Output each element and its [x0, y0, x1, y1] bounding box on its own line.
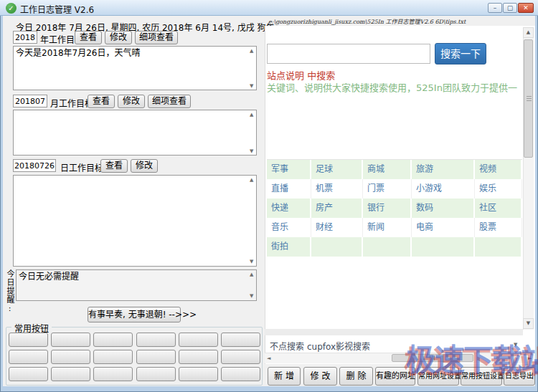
common-button[interactable]	[136, 350, 176, 364]
common-button[interactable]	[136, 367, 176, 381]
link-item[interactable]: 机票	[311, 179, 363, 199]
scroll-up-icon[interactable]: ▲	[523, 27, 534, 38]
link-item[interactable]: 足球	[311, 160, 363, 179]
link-item[interactable]: 直播	[267, 179, 311, 199]
scroll-up-icon[interactable]: ▲	[250, 113, 253, 118]
link-item	[363, 237, 412, 257]
scroll-down-icon[interactable]: ▼	[250, 149, 253, 154]
search-input[interactable]	[267, 44, 430, 64]
app-check-icon: ✓	[6, 3, 16, 14]
common-buttons-settings-button[interactable]: 常用按钮设置	[461, 367, 502, 386]
modify-button[interactable]: 修 改	[303, 367, 337, 386]
year-detail-button[interactable]: 细项查看	[135, 31, 178, 44]
scroll-down-icon[interactable]: ▼	[514, 343, 517, 348]
link-row: 军事 足球 商城 旅游 视频	[267, 160, 522, 179]
common-button[interactable]	[9, 350, 48, 364]
common-button[interactable]	[9, 367, 48, 381]
month-goal-textarea[interactable]	[13, 110, 257, 156]
common-button[interactable]	[51, 350, 90, 364]
month-detail-button[interactable]: 细项查看	[148, 95, 191, 108]
link-item[interactable]: 新闻	[363, 218, 412, 237]
link-item	[311, 237, 363, 257]
link-item[interactable]: 街拍	[267, 237, 311, 257]
day-edit-button[interactable]: 修改	[131, 159, 158, 173]
month-view-button[interactable]: 查看	[88, 95, 115, 108]
common-button[interactable]	[93, 367, 133, 381]
scroll-right-icon[interactable]: ►	[528, 356, 532, 361]
common-button[interactable]	[51, 367, 90, 381]
common-button[interactable]	[179, 333, 218, 347]
year-edit-button[interactable]: 修改	[105, 31, 132, 44]
link-item[interactable]: 电商	[412, 218, 475, 237]
link-item[interactable]: 视频	[475, 160, 522, 179]
scroll-up-icon[interactable]: ▲	[250, 178, 253, 183]
link-item[interactable]: 军事	[267, 160, 311, 179]
scroll-up-icon[interactable]: ▲	[250, 272, 253, 277]
fun-urls-button[interactable]: 有趣的网址	[375, 367, 415, 386]
day-goal-label: 日工作目标:	[60, 161, 106, 173]
common-button[interactable]	[93, 350, 133, 364]
scroll-down-icon[interactable]: ▼	[523, 318, 534, 329]
link-item[interactable]: 门票	[363, 179, 412, 199]
scroll-left-icon[interactable]: ◄	[267, 356, 270, 361]
link-item[interactable]: 银行	[363, 199, 412, 218]
common-urls-settings-button[interactable]: 常用网址设置	[417, 367, 459, 386]
log-export-button[interactable]: 日志导出	[504, 367, 535, 386]
day-view-button[interactable]: 查看	[100, 159, 128, 173]
link-row: 直播 机票 门票 小游戏 娱乐	[267, 179, 522, 199]
scroll-down-icon[interactable]: ▼	[250, 294, 253, 299]
common-button[interactable]	[179, 350, 218, 364]
scroll-down-icon[interactable]: ▼	[250, 84, 253, 89]
link-item[interactable]: 房产	[311, 199, 363, 218]
common-button[interactable]	[93, 333, 133, 347]
month-input[interactable]	[13, 95, 47, 107]
reminder-textarea[interactable]: 今日无必需提醒	[16, 269, 257, 301]
common-button[interactable]	[221, 350, 260, 364]
link-item	[412, 237, 475, 257]
maximize-button[interactable]: ▢	[503, 3, 517, 13]
link-item[interactable]: 社区	[475, 199, 522, 218]
day-goal-textarea[interactable]	[13, 175, 257, 267]
reminder-label: 今日提醒:	[5, 269, 14, 315]
link-item	[475, 237, 522, 257]
site-notice-green: 关键词、说明供大家快捷搜索使用，525In团队致力于提供一	[267, 80, 517, 94]
link-row: 快递 房产 银行 数码 社区	[267, 199, 522, 218]
link-item[interactable]: 数码	[412, 199, 475, 218]
year-input[interactable]	[13, 31, 37, 44]
common-button[interactable]	[221, 367, 260, 381]
link-item[interactable]: 财经	[311, 218, 363, 237]
add-button[interactable]: 新 增	[268, 367, 301, 386]
search-button[interactable]: 搜索一下	[435, 43, 486, 64]
delete-button[interactable]: 删 除	[339, 367, 373, 386]
link-item[interactable]: 快递	[267, 199, 311, 218]
link-item[interactable]: 小游戏	[412, 179, 475, 199]
horizontal-scrollbar-thumb[interactable]	[392, 354, 473, 362]
common-button[interactable]	[51, 333, 90, 347]
morning-report-button[interactable]: 有事早奏, 无事退朝! -->>>	[88, 307, 181, 322]
year-view-button[interactable]: 查看	[75, 31, 102, 44]
month-edit-button[interactable]: 修改	[118, 95, 145, 108]
year-goal-text: 今天是2018年7月26日，天气晴	[16, 48, 140, 58]
common-button[interactable]	[9, 333, 48, 347]
minimize-button[interactable]: –	[488, 3, 502, 13]
common-button[interactable]	[179, 367, 218, 381]
close-button[interactable]: ✕	[518, 3, 534, 13]
common-button[interactable]	[221, 333, 260, 347]
common-button[interactable]	[136, 333, 176, 347]
link-item[interactable]: 旅游	[412, 160, 475, 179]
site-list-item[interactable]: cupfox影视搜索	[307, 340, 370, 352]
app-window: ✓ 工作日志管理 V2.6 – ▢ ✕ 今日 2018年 7月 26日, 星期四…	[0, 0, 538, 392]
site-list-item[interactable]: 不点搜索	[270, 340, 304, 352]
year-goal-textarea[interactable]: 今天是2018年7月26日，天气晴 ▲ ▼	[13, 46, 257, 90]
day-input[interactable]	[13, 159, 56, 172]
titlebar: ✓ 工作日志管理 V2.6 – ▢ ✕	[0, 0, 538, 16]
scroll-down-icon[interactable]: ▼	[250, 259, 253, 264]
link-item[interactable]: 商城	[363, 160, 412, 179]
scroll-up-icon[interactable]: ▲	[250, 49, 253, 54]
webview-bottom-strip	[265, 329, 523, 335]
quick-links-table: 军事 足球 商城 旅游 视频 直播 机票 门票 小游戏 娱乐 快递 房产 银行 …	[267, 159, 522, 257]
link-item[interactable]: 娱乐	[475, 179, 522, 199]
vertical-scrollbar-thumb[interactable]	[524, 39, 533, 158]
link-item[interactable]: 音乐	[267, 218, 311, 237]
link-item[interactable]: 股票	[475, 218, 522, 237]
